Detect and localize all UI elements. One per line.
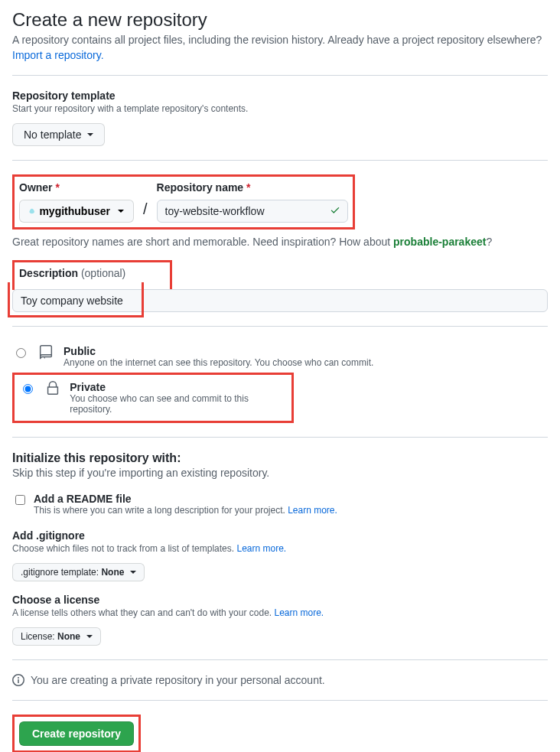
divider (12, 700, 548, 701)
visibility-public-row[interactable]: Public Anyone on the internet can see th… (12, 340, 548, 373)
init-heading: Initialize this repository with: (12, 451, 548, 465)
caret-down-icon (87, 133, 93, 136)
avatar-icon (29, 205, 34, 217)
visibility-private-title: Private (70, 381, 287, 393)
gitignore-title: Add .gitignore (12, 529, 548, 542)
visibility-public-radio[interactable] (16, 348, 26, 358)
divider (12, 437, 548, 438)
lock-icon (43, 379, 62, 396)
license-title: Choose a license (12, 594, 548, 606)
template-hint: Start your repository with a template re… (12, 103, 548, 114)
readme-learn-more-link[interactable]: Learn more. (288, 505, 337, 516)
repo-name-label: Repository name * (157, 181, 348, 194)
visibility-public-desc: Anyone on the internet can see this repo… (63, 357, 373, 368)
repo-icon (36, 343, 56, 360)
license-select-button[interactable]: License: None (12, 627, 101, 646)
gitignore-select-button[interactable]: .gitignore template: None (12, 563, 145, 581)
divider (12, 160, 548, 161)
page-subtitle: A repository contains all project files,… (12, 34, 548, 46)
info-banner: You are creating a private repository in… (12, 674, 548, 686)
owner-label: Owner * (19, 181, 134, 194)
readme-row: Add a README file This is where you can … (12, 491, 548, 517)
gitignore-desc: Choose which files not to track from a l… (12, 543, 548, 554)
readme-desc: This is where you can write a long descr… (34, 505, 337, 516)
create-repository-button[interactable]: Create repository (19, 721, 134, 746)
caret-down-icon (118, 210, 124, 213)
readme-title: Add a README file (34, 493, 337, 505)
divider (12, 75, 548, 76)
description-input[interactable] (12, 289, 548, 312)
caret-down-icon (130, 571, 136, 574)
required-asterisk: * (246, 181, 250, 194)
gitignore-learn-more-link[interactable]: Learn more. (236, 543, 286, 554)
divider (12, 326, 548, 327)
readme-checkbox[interactable] (15, 495, 25, 505)
slash-separator: / (142, 200, 149, 223)
visibility-private-radio[interactable] (23, 384, 33, 394)
license-desc: A license tells others what they can and… (12, 607, 548, 618)
init-skip-hint: Skip this step if you're importing an ex… (12, 467, 548, 479)
name-hint: Great repository names are short and mem… (12, 236, 548, 248)
import-repository-link[interactable]: Import a repository. (12, 49, 104, 61)
divider (12, 659, 548, 660)
template-select-button[interactable]: No template (12, 123, 105, 146)
owner-select-button[interactable]: mygithubuser (19, 200, 134, 223)
visibility-private-desc: You choose who can see and commit to thi… (70, 393, 287, 415)
page-title: Create a new repository (12, 9, 548, 31)
license-learn-more-link[interactable]: Learn more. (275, 607, 324, 618)
info-icon (12, 674, 24, 686)
required-asterisk: * (55, 181, 59, 194)
description-label: Description (optional) (19, 267, 125, 279)
visibility-public-title: Public (63, 345, 373, 357)
check-icon (330, 205, 340, 218)
caret-down-icon (86, 635, 93, 638)
repo-name-input[interactable] (157, 200, 348, 223)
template-label: Repository template (12, 90, 548, 102)
name-suggestion-link[interactable]: probable-parakeet (393, 236, 486, 248)
visibility-private-row[interactable]: Private You choose who can see and commi… (19, 376, 287, 419)
